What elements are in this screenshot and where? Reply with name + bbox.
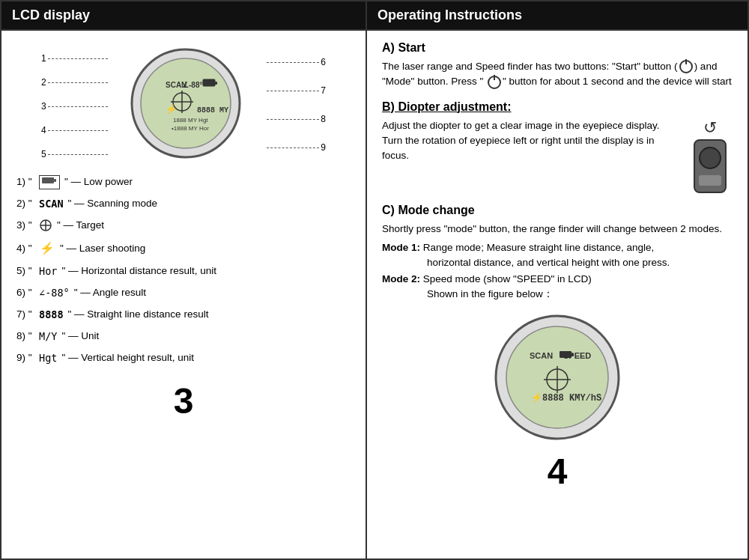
item-2: 2) "SCAN" — Scanning mode (16, 197, 351, 211)
label-4: 4 (41, 125, 108, 136)
section-a: A) Start The laser range and Speed finde… (382, 41, 733, 90)
lightning-icon: ⚡ (40, 240, 55, 257)
mode1-label: Mode 1: (382, 242, 420, 253)
section-c: C) Mode change Shortly press "mode" butt… (382, 204, 733, 302)
label-7: 7 (267, 85, 326, 96)
right-page-number: 4 (382, 443, 733, 498)
left-panel-header: LCD display (1, 1, 366, 31)
eyepiece-body (699, 175, 721, 186)
item-4: 4) " ⚡ " — Laser shooting (16, 240, 351, 257)
svg-text:⚡: ⚡ (166, 103, 177, 115)
speed-lcd-svg: SCAN SPEED ⚡8888 KMY/hS (492, 312, 623, 443)
svg-text:8888 MY: 8888 MY (197, 106, 228, 115)
label-1: 1 (41, 53, 108, 64)
lcd-circle-svg: SCAN ∠-88° ⚡ 8888 MY 1888 MY Hgt •1888 M… (107, 46, 264, 162)
section-b-para: Adjust the diopter to get a clear image … (382, 118, 677, 164)
left-panel: LCD display 1 2 3 4 (1, 1, 367, 559)
item-9: 9) "Hgt" — Vertical height result, unit (16, 351, 351, 365)
svg-rect-14 (54, 179, 56, 182)
item-8: 8) "M/Y" — Unit (16, 329, 351, 344)
svg-text:1888 MY Hgt: 1888 MY Hgt (173, 117, 208, 124)
label-3: 3 (41, 101, 108, 112)
speed-lcd-container: SCAN SPEED ⚡8888 KMY/hS (382, 312, 733, 443)
section-c-para: Shortly press "mode" button, the range f… (382, 222, 733, 237)
item-1: 1) " " — Low power (16, 175, 351, 189)
mode1-text: Range mode; Measure straight line distan… (423, 242, 654, 253)
svg-text:•1888 MY Hor: •1888 MY Hor (172, 125, 209, 132)
svg-rect-3 (215, 82, 217, 85)
svg-text:∠-88°: ∠-88° (182, 81, 202, 89)
svg-text:SCAN: SCAN (530, 351, 553, 360)
left-panel-content: 1 2 3 4 5 (1, 31, 366, 559)
label-6: 6 (267, 57, 326, 67)
label-5: 5 (41, 149, 108, 159)
right-panel-content: A) Start The laser range and Speed finde… (367, 31, 748, 559)
mode2-label: Mode 2: (382, 273, 420, 284)
section-c-title: C) Mode change (382, 204, 733, 217)
mode1-indent: horizontal distance, and vertical height… (382, 255, 733, 270)
mode2-text: Speed mode (show "SPEED" in LCD) (423, 273, 592, 284)
power-icon-2 (488, 76, 501, 89)
mode2-row: Mode 2: Speed mode (show "SPEED" in LCD) (382, 271, 733, 287)
mode2-indent: Shown in the figure below： (382, 287, 733, 302)
diopter-image: ↺ (688, 118, 733, 193)
eyepiece-button (699, 147, 721, 169)
right-panel: Operating Instructions A) Start The lase… (367, 1, 748, 559)
lcd-item-list: 1) " " — Low power 2) "SCAN" — Scanning … (16, 175, 351, 365)
left-page-number: 3 (16, 373, 351, 427)
item-6: 6) "∠-88°" — Angle result (16, 286, 351, 300)
svg-rect-2 (203, 79, 215, 86)
svg-text:SPEED: SPEED (563, 351, 591, 360)
item-5: 5) "Hor" — Horizontal distance result, u… (16, 264, 351, 279)
mode-list: Mode 1: Range mode; Measure straight lin… (382, 240, 733, 302)
section-b: B) Diopter adjustment: Adjust the diopte… (382, 100, 733, 193)
section-b-title: B) Diopter adjustment: (382, 100, 733, 114)
label-8: 8 (267, 114, 326, 124)
section-a-para: The laser range and Speed finder has two… (382, 59, 733, 90)
svg-point-1 (141, 58, 231, 148)
svg-text:⚡8888 KMY/hS: ⚡8888 KMY/hS (531, 392, 601, 404)
rotation-arrow: ↺ (703, 118, 717, 138)
section-a-title: A) Start (382, 41, 733, 55)
right-panel-header: Operating Instructions (367, 1, 748, 31)
label-2: 2 (41, 77, 108, 88)
battery-symbol (39, 175, 60, 189)
crosshair-icon (39, 219, 52, 232)
label-9: 9 (267, 142, 326, 153)
lcd-diagram: 1 2 3 4 5 (41, 46, 326, 162)
svg-rect-13 (42, 177, 54, 183)
mode1-row: Mode 1: Range mode; Measure straight lin… (382, 240, 733, 256)
diopter-row: Adjust the diopter to get a clear image … (382, 118, 733, 193)
item-7: 7) "8888" — Straight line distance resul… (16, 308, 351, 322)
item-3: 3) " " — Target (16, 219, 351, 233)
power-icon-1 (679, 60, 693, 73)
